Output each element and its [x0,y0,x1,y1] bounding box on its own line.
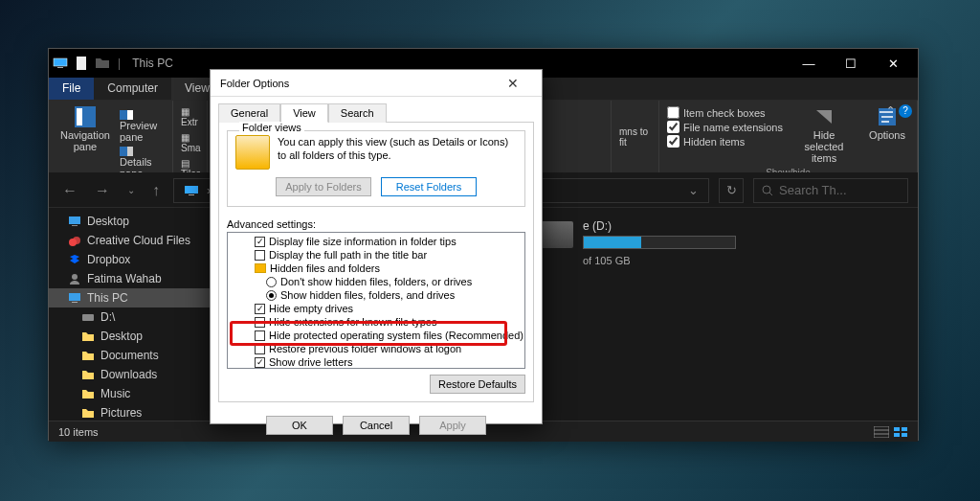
svg-rect-2 [77,57,86,70]
advanced-setting-row[interactable]: Don't show hidden files, folders, or dri… [228,275,524,288]
advanced-setting-row[interactable]: ✓Hide empty drives [228,302,524,315]
search-field[interactable]: Search Th... [753,178,908,203]
hide-selected-button[interactable]: Hide selecteditems [789,104,859,166]
tree-item[interactable]: Music [49,384,211,403]
tab-search[interactable]: Search [328,103,387,123]
radio-icon [266,277,277,287]
svg-rect-20 [69,293,80,301]
address-dropdown-icon[interactable]: ⌄ [688,183,699,197]
tree-item[interactable]: Desktop [49,212,211,231]
dialog-body: Folder views You can apply this view (su… [218,122,534,402]
tree-item[interactable]: Creative Cloud Files [49,231,211,250]
drive-name: e (D:) [583,219,736,233]
tree-item[interactable]: Documents [49,346,211,365]
collapse-ribbon-icon[interactable]: ⌃ [886,104,895,118]
advanced-setting-row[interactable]: Show hidden files, folders, and drives [228,288,524,302]
navigation-tree[interactable]: DesktopCreative Cloud FilesDropboxFatima… [49,208,212,421]
svg-rect-11 [185,186,198,194]
tab-computer[interactable]: Computer [94,78,171,100]
svg-line-14 [769,193,772,195]
folder-views-group: Folder views You can apply this view (su… [227,130,525,207]
dialog-titlebar[interactable]: Folder Options ✕ [211,70,542,97]
tree-item[interactable]: Dropbox [49,250,211,269]
advanced-setting-row[interactable]: Hide extensions for known file types [228,315,524,329]
tree-item[interactable]: Pictures [49,403,211,421]
details-view-icon[interactable] [874,426,889,438]
svg-rect-12 [189,194,194,195]
advanced-setting-row[interactable]: ✓Display file size information in folder… [228,235,524,248]
svg-rect-27 [902,427,907,431]
checkbox-icon: ✓ [255,357,265,368]
folder-icon [81,349,95,362]
item-checkboxes-toggle[interactable]: Item check boxes [667,106,783,119]
back-button[interactable]: ← [58,182,81,199]
layout-tiles[interactable]: ▤ Tiles [181,158,201,173]
ok-button[interactable]: OK [266,416,333,435]
dialog-tabs: General View Search [211,97,542,122]
dialog-close-button[interactable]: ✕ [494,76,532,91]
advanced-setting-row[interactable]: ✓Show drive letters [228,355,524,369]
folder-icon [255,263,266,273]
tree-item[interactable]: This PC [49,288,211,307]
refresh-button[interactable]: ↻ [719,178,744,203]
tab-view[interactable]: View [280,103,328,123]
checkbox-icon: ✓ [255,304,265,314]
layout-extra[interactable]: ▦ Extr [181,106,201,127]
large-icons-view-icon[interactable] [893,426,908,438]
svg-rect-4 [77,108,82,125]
doc-icon [74,56,89,71]
svg-rect-28 [894,433,900,437]
drive-item[interactable]: e (D:) [539,219,906,249]
folder-icon [81,368,95,381]
folder-icon [81,406,95,420]
hidden-items-toggle[interactable]: Hidden items [667,135,783,148]
checkbox-icon [255,317,265,328]
svg-rect-8 [127,147,133,156]
navigation-pane-icon [75,106,96,127]
recent-dropdown[interactable]: ⌄ [123,185,139,195]
advanced-setting-row[interactable]: Restore previous folder windows at logon [228,342,524,355]
forward-button[interactable]: → [91,182,114,199]
size-columns-fit[interactable]: mns to fit [619,126,651,148]
details-pane-button[interactable]: Details pane [120,145,165,173]
pc-icon [53,56,68,71]
advanced-setting-row[interactable]: Hidden files and folders [228,262,524,275]
checkbox-icon [255,250,265,261]
cancel-button[interactable]: Cancel [343,416,410,435]
advanced-setting-row[interactable]: Hide protected operating system files (R… [228,329,524,342]
user-icon [68,272,81,285]
svg-rect-1 [57,67,63,68]
help-icon[interactable]: ? [899,104,912,118]
apply-to-folders-button[interactable]: Apply to Folders [276,177,371,196]
tree-item[interactable]: D:\ [49,307,211,327]
folder-icon [81,330,95,343]
svg-rect-16 [72,225,78,226]
drive-icon [81,310,95,324]
tab-general[interactable]: General [218,103,280,123]
tree-item[interactable]: Desktop [49,327,211,346]
navigation-pane-button[interactable]: Navigationpane [56,104,114,154]
advanced-settings-list[interactable]: ✓Display file size information in folder… [227,232,525,369]
up-button[interactable]: ↑ [148,182,164,199]
restore-defaults-button[interactable]: Restore Defaults [430,375,525,394]
folder-icon [95,56,110,71]
svg-rect-21 [72,302,78,303]
preview-pane-button[interactable]: Preview pane [120,108,165,143]
layout-small[interactable]: ▦ Sma [181,132,201,153]
apply-button[interactable]: Apply [419,416,486,435]
advanced-settings-label: Advanced settings: [227,218,525,230]
folder-views-text: You can apply this view (such as Details… [278,135,517,170]
tree-item[interactable]: Downloads [49,365,211,384]
desktop-icon [68,215,81,228]
tree-item[interactable]: Fatima Wahab [49,269,211,288]
reset-folders-button[interactable]: Reset Folders [381,177,477,196]
maximize-button[interactable]: ☐ [830,49,872,78]
advanced-setting-row[interactable]: Display the full path in the title bar [228,248,524,262]
tab-file[interactable]: File [49,78,94,100]
file-extensions-toggle[interactable]: File name extensions [667,121,783,133]
folder-icon [81,387,95,400]
hide-selected-icon [813,106,835,127]
showhide-group-label: Show/hide [667,166,909,173]
minimize-button[interactable]: — [788,49,830,78]
close-button[interactable]: ✕ [872,49,914,78]
